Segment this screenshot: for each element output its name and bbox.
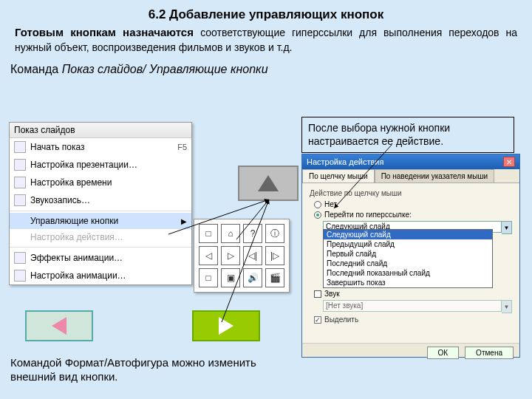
menu-item-label: Эффекты анимации… <box>30 253 123 263</box>
menu-item-label: Начать показ <box>30 142 85 152</box>
menu-separator <box>10 211 191 211</box>
menu-item-animation-schemes[interactable]: Эффекты анимации… <box>10 249 191 267</box>
menu-separator <box>10 247 191 248</box>
projector-icon <box>14 141 26 153</box>
menu-item-rehearse[interactable]: Настройка времени <box>10 174 191 191</box>
sample-button-back[interactable] <box>25 310 93 341</box>
chevron-down-icon: ▼ <box>502 300 512 313</box>
subtitle-lead: Готовым кнопкам назначаются <box>15 26 200 38</box>
dialog-title-text: Настройка действия <box>307 157 383 166</box>
dropdown-item[interactable]: Завершить показ <box>324 278 492 287</box>
checkbox-label: Выделить <box>324 316 358 324</box>
mic-icon <box>14 194 26 206</box>
radio-icon <box>314 201 321 208</box>
dropdown-item[interactable]: Предыдущий слайд <box>324 239 492 249</box>
menu-item-label: Управляющие кнопки <box>30 216 118 226</box>
cancel-button[interactable]: Отмена <box>465 347 514 359</box>
command-prefix: Команда <box>10 63 62 75</box>
clock-icon <box>14 177 26 188</box>
triangle-up-icon <box>258 175 279 191</box>
menu-title: Показ слайдов <box>10 123 191 138</box>
bottom-note: Командой Формат/Автофигура можно изменит… <box>10 356 291 384</box>
dialog-tabs: По щелчку мыши По наведении указателя мы… <box>302 169 519 183</box>
command-path: Показ слайдов/ Управляющие кнопки <box>62 63 268 75</box>
dropdown-item[interactable]: Первый слайд <box>324 249 492 259</box>
radio-label: Перейти по гиперссылке: <box>324 211 412 219</box>
star-gear-icon <box>14 270 26 282</box>
menu-item-label: Звукозапись… <box>30 195 90 205</box>
chevron-down-icon[interactable]: ▼ <box>502 221 512 234</box>
menu-item-setup-show[interactable]: Настройка презентации… <box>10 156 191 174</box>
action-button-beginning[interactable]: ◁| <box>243 246 262 265</box>
menu-item-action-settings: Настройка действия… <box>10 229 191 245</box>
menu-item-label: Настройка времени <box>30 177 112 188</box>
action-button-forward[interactable]: ▷ <box>221 246 240 265</box>
checkbox-icon <box>314 316 321 324</box>
action-button-movie[interactable]: 🎬 <box>265 268 284 287</box>
menu-item-label: Настройка презентации… <box>30 160 137 170</box>
action-button-sound[interactable]: 🔊 <box>243 268 262 287</box>
triangle-left-icon <box>52 317 66 335</box>
action-settings-dialog: Настройка действия ✕ По щелчку мыши По н… <box>301 154 520 358</box>
dialog-titlebar: Настройка действия ✕ <box>302 154 519 169</box>
menu-item-start-show[interactable]: Начать показ F5 <box>10 138 191 156</box>
menu-item-label: Настройка анимации… <box>30 270 126 281</box>
menu-item-action-buttons[interactable]: Управляющие кнопки ▶ <box>10 213 191 229</box>
menu-shortcut: F5 <box>177 143 187 151</box>
action-button-end[interactable]: |▷ <box>265 246 284 265</box>
action-button-return[interactable]: □ <box>199 268 218 287</box>
checkbox-icon <box>314 290 321 298</box>
slideshow-menu: Показ слайдов Начать показ F5 Настройка … <box>9 122 192 285</box>
triangle-right-icon <box>219 317 233 335</box>
annotation-callout: После выбора нужной кнопки настраивается… <box>301 117 514 153</box>
radio-none[interactable]: Нет <box>314 200 512 208</box>
star-icon <box>14 252 26 264</box>
ok-button[interactable]: ОК <box>427 347 460 359</box>
combo-field: [Нет звука] <box>323 300 502 312</box>
sample-button-forward[interactable] <box>192 310 260 341</box>
command-line: Команда Показ слайдов/ Управляющие кнопк… <box>0 58 532 79</box>
action-button-info[interactable]: ⓘ <box>265 224 284 243</box>
submenu-arrow-icon: ▶ <box>181 217 187 225</box>
action-button-custom[interactable]: □ <box>199 224 218 243</box>
action-button-back[interactable]: ◁ <box>199 246 218 265</box>
action-button-help[interactable]: ? <box>243 224 262 243</box>
dialog-footer: ОК Отмена <box>302 343 519 362</box>
action-buttons-submenu: □ ⌂ ? ⓘ ◁ ▷ ◁| |▷ □ ▣ 🔊 🎬 <box>194 219 290 293</box>
menu-item-label: Настройка действия… <box>30 232 123 242</box>
action-button-home[interactable]: ⌂ <box>221 224 240 243</box>
dropdown-item[interactable]: Последний слайд <box>324 259 492 268</box>
tab-mouse-click[interactable]: По щелчку мыши <box>302 169 375 183</box>
dropdown-item[interactable]: Следующий слайд <box>324 230 492 239</box>
dropdown-item[interactable]: Последний показанный слайд <box>324 268 492 278</box>
setup-icon <box>14 159 26 171</box>
checkbox-sound[interactable]: Звук <box>314 290 512 298</box>
radio-hyperlink[interactable]: Перейти по гиперссылке: <box>314 211 512 219</box>
section-title: 6.2 Добавление управляющих кнопок <box>15 7 517 22</box>
dialog-body: Действие по щелчку мыши Нет Перейти по г… <box>302 183 519 343</box>
checkbox-highlight[interactable]: Выделить <box>314 316 512 324</box>
close-icon[interactable]: ✕ <box>503 157 515 167</box>
tab-mouse-over[interactable]: По наведении указателя мыши <box>375 169 494 183</box>
section-subtitle: Готовым кнопкам назначаются соответствую… <box>15 25 517 55</box>
group-label: Действие по щелчку мыши <box>310 189 512 197</box>
menu-item-record-narration[interactable]: Звукозапись… <box>10 191 191 209</box>
radio-icon <box>314 211 321 219</box>
sound-combo: [Нет звука] ▼ <box>323 300 512 313</box>
checkbox-label: Звук <box>324 290 340 298</box>
hyperlink-dropdown-list: Следующий слайд Предыдущий слайд Первый … <box>323 229 493 288</box>
action-button-document[interactable]: ▣ <box>221 268 240 287</box>
radio-label: Нет <box>324 200 337 208</box>
menu-item-custom-animation[interactable]: Настройка анимации… <box>10 267 191 284</box>
sample-button-up[interactable] <box>238 166 299 201</box>
